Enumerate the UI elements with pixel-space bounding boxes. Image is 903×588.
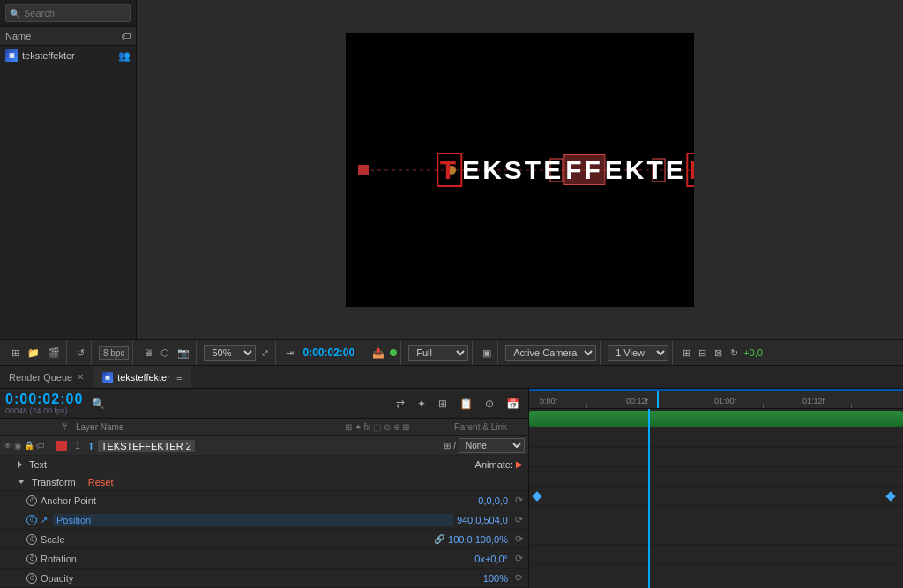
scale-row: ⏱ Scale 🔗 100,0,100,0% ⟳ <box>0 530 528 549</box>
timeline-tool5[interactable]: ⊙ <box>481 396 497 412</box>
project-item-name: teksteffekter <box>22 50 75 61</box>
anchor-stopwatch[interactable]: ⏱ <box>26 495 37 506</box>
layer-name[interactable]: TEKSTEFFEKTER 2 <box>98 440 195 452</box>
toolbar-channels-section: ▣ <box>476 340 498 365</box>
layer-row-1: 👁 ◉ 🔒 🏷 1 T TEKSTEFFEKTER 2 ⊞ / None <box>0 436 528 456</box>
ruler-mark-1: 00:12f <box>626 397 648 406</box>
tab-render-queue-close[interactable]: ✕ <box>77 372 84 382</box>
timecode-display-wrapper: 0:00:02:00 00048 (24.00 fps) <box>5 392 83 415</box>
toolbar-grid-btn[interactable]: ⊞ <box>9 346 22 361</box>
transform-reset-btn[interactable]: Reset <box>88 477 114 488</box>
toolbar-channels-btn[interactable]: ▣ <box>480 346 494 361</box>
toolbar-fit-btn[interactable]: ⤢ <box>258 346 272 361</box>
anchor-point-value[interactable]: 0,0,0,0 <box>478 495 508 506</box>
position-value[interactable]: 940,0,504,0 <box>457 515 508 525</box>
timeline-tool6[interactable]: 📅 <box>503 396 523 412</box>
ruler-tick-2 <box>763 404 764 408</box>
layout-select[interactable]: 1 View 2 Views 4 Views <box>608 345 668 361</box>
toolbar-undo-section: ↺ <box>71 340 92 365</box>
layer-type-icon: T <box>88 441 94 451</box>
layer-icons-right: ⊞ / None <box>444 438 525 453</box>
animate-label: Animate: ▶ <box>475 459 523 470</box>
toolbar-export-btn[interactable]: 📤 <box>369 346 387 361</box>
toolbar-grid2-btn[interactable]: ⊞ <box>680 346 693 361</box>
layer-icon-switches: ⊞ / <box>444 441 456 450</box>
search-wrapper: 🔍 <box>5 4 131 22</box>
search-icon: 🔍 <box>10 9 20 19</box>
toolbar-timecode: 0:00:02:00 <box>299 346 358 359</box>
track-row-scale <box>529 506 903 525</box>
tab-teksteffekter-label: teksteffekter <box>117 372 170 383</box>
tag-icon-layer[interactable]: 🏷 <box>36 441 45 450</box>
toolbar-undo-btn[interactable]: ↺ <box>74 346 87 361</box>
scale-link-icon[interactable]: ⟳ <box>515 533 523 545</box>
tab-render-queue[interactable]: Render Queue ✕ <box>0 366 93 388</box>
lock-icon[interactable]: 🔒 <box>24 441 34 450</box>
keyframe-left[interactable] <box>532 491 541 501</box>
scale-label: Scale <box>41 534 430 545</box>
timeline-tool4[interactable]: 📋 <box>456 396 476 412</box>
timeline-tracks <box>529 409 903 588</box>
preview-bracket-right: R <box>686 153 694 187</box>
quality-select[interactable]: Full Half Quarter <box>408 345 468 361</box>
position-stopwatch[interactable]: ⏱ <box>26 515 37 525</box>
toolbar-right-icons: ⊞ ⊟ ⊠ ↻ +0,0 <box>676 340 766 365</box>
toolbar-align-btn[interactable]: ⊟ <box>696 346 709 361</box>
toolbar-3d-btn[interactable]: ⬡ <box>158 346 172 361</box>
toolbar-bpc-section: 8 bpc <box>95 340 133 365</box>
name-column-label: Name <box>5 31 31 41</box>
ruler-container: b:00f 00:12f 01:00f 01:12f <box>538 391 894 408</box>
tab-teksteffekter[interactable]: ▣ teksteffekter ≡ <box>93 366 191 388</box>
timeline-tool2[interactable]: ✦ <box>414 396 429 412</box>
position-graph-icon[interactable]: ↗ <box>41 515 48 525</box>
toolbar-zoom-section: 50% 100% 25% ⤢ <box>200 340 276 365</box>
toolbar-snap-btn[interactable]: ⇥ <box>283 346 296 361</box>
rotation-link-icon[interactable]: ⟳ <box>515 553 523 564</box>
track-row-anchor <box>529 467 903 487</box>
opacity-label: Opacity <box>41 573 480 584</box>
solo-icon[interactable]: ◉ <box>14 441 22 450</box>
toolbar-folder-btn[interactable]: 📁 <box>25 346 42 361</box>
camera-view-select[interactable]: Active Camera Front Top <box>505 345 596 361</box>
opacity-stopwatch[interactable]: ⏱ <box>26 573 37 584</box>
svg-rect-1 <box>358 165 369 175</box>
scale-stopwatch[interactable]: ⏱ <box>26 534 37 545</box>
preview-bracket-left: T <box>437 153 462 187</box>
toolbar-monitor-btn[interactable]: 🖥 <box>140 346 155 360</box>
toolbar-camera-btn[interactable]: 📷 <box>175 346 192 361</box>
plus-value: +0,0 <box>743 347 763 358</box>
toolbar-view-icons: 🖥 ⬡ 📷 <box>137 340 197 365</box>
ruler-tick-1 <box>675 404 675 408</box>
eye-icon[interactable]: 👁 <box>4 441 12 450</box>
project-item-teksteffekter[interactable]: ▣ teksteffekter 👥 <box>0 46 136 65</box>
scale-value[interactable]: 100,0,100,0% <box>448 534 508 545</box>
zoom-select[interactable]: 50% 100% 25% <box>204 345 256 361</box>
layer-header-row: # Layer Name ⊞ ✦ fx ⬚ ⊙ ⊕ ⊞ Parent & Lin… <box>0 419 528 436</box>
animate-arrow[interactable]: ▶ <box>516 459 523 469</box>
toolbar-adjust-btn[interactable]: ⊠ <box>712 346 725 361</box>
rotation-stopwatch[interactable]: ⏱ <box>26 554 37 564</box>
track-row-text <box>529 428 903 448</box>
app-container: 🔍 Name 🏷 ▣ teksteffekter 👥 <box>0 0 903 588</box>
timeline-search-btn[interactable]: 🔍 <box>88 396 108 412</box>
opacity-link-icon[interactable]: ⟳ <box>515 572 523 584</box>
toolbar-sync-btn[interactable]: ↻ <box>728 346 741 361</box>
col-extra-header: ⊞ ✦ fx ⬚ ⊙ ⊕ ⊞ <box>345 422 451 432</box>
search-input[interactable] <box>5 4 131 22</box>
timeline-tool1[interactable]: ⇄ <box>392 396 408 412</box>
toolbar-comp-btn[interactable]: 🎬 <box>45 346 63 361</box>
transform-expand-icon[interactable] <box>18 480 25 484</box>
toolbar-quality-section: Full Half Quarter <box>405 340 473 365</box>
keyframe-right[interactable] <box>885 491 895 501</box>
rotation-value[interactable]: 0x+0,0° <box>474 554 508 564</box>
text-expand-icon[interactable] <box>18 461 22 468</box>
tab-comp-icon: ▣ <box>102 372 113 383</box>
toolbar-export-section: 📤 <box>366 340 401 365</box>
timeline-tool3[interactable]: ⊞ <box>435 396 451 412</box>
parent-select[interactable]: None <box>459 438 525 453</box>
opacity-value[interactable]: 100% <box>483 573 508 584</box>
position-link-icon[interactable]: ⟳ <box>515 514 523 525</box>
anchor-link-icon[interactable]: ⟳ <box>515 495 523 506</box>
timeline-section: Render Queue ✕ ▣ teksteffekter ≡ 0:00:02… <box>0 366 903 588</box>
timecode-fps: 00048 (24.00 fps) <box>5 406 83 415</box>
